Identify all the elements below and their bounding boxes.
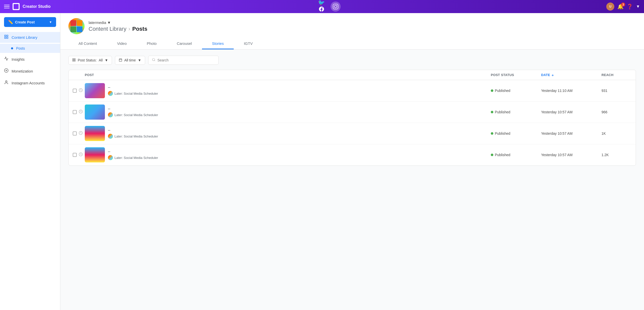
date-cell-1: Yesterday 11:10 AM bbox=[541, 89, 601, 93]
create-post-icon: ✏️ bbox=[8, 20, 13, 24]
post-thumb-1 bbox=[85, 83, 105, 98]
topnav-left: Creator Studio bbox=[4, 3, 51, 10]
content-tabs: All Content Video Photo Carousel Stories… bbox=[68, 38, 636, 49]
tab-stories[interactable]: Stories bbox=[202, 38, 234, 49]
sidebar-item-posts[interactable]: Posts bbox=[0, 44, 60, 53]
topnav: Creator Studio 🐦 U 🔔 3 ❓ ▼ bbox=[0, 0, 644, 13]
filters-row: Post Status: All ▼ All time ▼ bbox=[68, 56, 636, 65]
status-dot-2 bbox=[491, 111, 493, 113]
svg-rect-5 bbox=[7, 37, 8, 39]
status-cell-3: Published bbox=[491, 131, 541, 135]
sidebar-item-instagram-accounts[interactable]: Instagram Accounts bbox=[0, 78, 60, 88]
table-row: -- Later: Social Media Scheduler Publish… bbox=[69, 144, 636, 165]
post-source-2: Later: Social Media Scheduler bbox=[108, 112, 158, 117]
hamburger-menu[interactable] bbox=[4, 5, 10, 8]
insights-icon bbox=[4, 56, 9, 62]
facebook-platform-btn[interactable]: 🐦 bbox=[316, 2, 327, 12]
all-time-filter[interactable]: All time ▼ bbox=[115, 56, 145, 65]
account-avatar bbox=[68, 18, 85, 34]
topnav-right: U 🔔 3 ❓ ▼ bbox=[606, 3, 640, 11]
row-check-1 bbox=[73, 88, 85, 93]
calendar-icon bbox=[119, 58, 122, 62]
post-status-value: All bbox=[99, 58, 103, 62]
svg-line-20 bbox=[154, 60, 155, 61]
status-label-1: Published bbox=[495, 89, 510, 93]
row-checkbox-2[interactable] bbox=[73, 110, 77, 114]
svg-rect-13 bbox=[74, 60, 75, 61]
main-layout: ✏️ Create Post ▼ Content Library Posts bbox=[0, 13, 644, 310]
instagram-platform-btn[interactable] bbox=[331, 2, 341, 12]
breadcrumb-separator: › bbox=[128, 26, 130, 32]
table-header: Post Post Status Date Reach bbox=[69, 70, 636, 80]
search-box bbox=[148, 56, 219, 65]
row-checkbox-4[interactable] bbox=[73, 153, 77, 157]
col-post: Post bbox=[85, 73, 491, 77]
post-source-3: Later: Social Media Scheduler bbox=[108, 134, 158, 139]
date-cell-3: Yesterday 10:57 AM bbox=[541, 131, 601, 135]
main-content: latermedia ▼ Content Library › Posts All… bbox=[60, 13, 644, 310]
breadcrumb-parent[interactable]: Content Library bbox=[89, 26, 126, 32]
table-row: -- Later: Social Media Scheduler Publish… bbox=[69, 101, 636, 123]
svg-rect-14 bbox=[73, 60, 74, 61]
sidebar-item-content-library[interactable]: Content Library bbox=[0, 32, 60, 43]
sidebar-monetization-label: Monetization bbox=[12, 69, 33, 73]
create-post-chevron: ▼ bbox=[49, 20, 52, 24]
post-status-chevron: ▼ bbox=[105, 58, 108, 62]
help-btn[interactable]: ❓ bbox=[627, 4, 633, 10]
search-icon bbox=[152, 58, 155, 62]
page-header: latermedia ▼ Content Library › Posts All… bbox=[60, 13, 644, 50]
post-info-2: -- Later: Social Media Scheduler bbox=[108, 107, 158, 117]
post-info-1: -- Later: Social Media Scheduler bbox=[108, 85, 158, 96]
row-timer-3[interactable] bbox=[79, 131, 83, 136]
create-post-button[interactable]: ✏️ Create Post ▼ bbox=[4, 17, 56, 27]
svg-rect-0 bbox=[333, 4, 338, 9]
table-row: -- Later: Social Media Scheduler Publish… bbox=[69, 80, 636, 101]
account-dropdown-icon[interactable]: ▼ bbox=[107, 20, 111, 25]
date-cell-2: Yesterday 10:57 AM bbox=[541, 110, 601, 114]
sidebar-content-library-label: Content Library bbox=[12, 35, 37, 40]
tab-photo[interactable]: Photo bbox=[137, 38, 167, 49]
account-info: latermedia ▼ Content Library › Posts bbox=[89, 20, 147, 32]
notifications-btn[interactable]: 🔔 3 bbox=[617, 4, 624, 10]
source-name-3: Later: Social Media Scheduler bbox=[114, 134, 158, 138]
col-reach: Reach bbox=[601, 73, 632, 77]
post-source-1: Later: Social Media Scheduler bbox=[108, 91, 158, 96]
row-timer-4[interactable] bbox=[79, 152, 83, 157]
reach-cell-3: 1K bbox=[601, 131, 632, 135]
content-library-icon bbox=[4, 35, 9, 40]
row-timer-2[interactable] bbox=[79, 110, 83, 115]
source-logo-2 bbox=[108, 112, 113, 117]
col-post-status: Post Status bbox=[491, 73, 541, 77]
row-timer-1[interactable] bbox=[79, 88, 83, 93]
status-cell-1: Published bbox=[491, 89, 541, 93]
post-source-4: Later: Social Media Scheduler bbox=[108, 155, 158, 160]
account-row: latermedia ▼ Content Library › Posts bbox=[68, 18, 636, 34]
platform-switcher: 🐦 bbox=[316, 2, 341, 12]
account-name: latermedia ▼ bbox=[89, 20, 147, 25]
table-row: -- Later: Social Media Scheduler Publish… bbox=[69, 123, 636, 144]
post-status-filter[interactable]: Post Status: All ▼ bbox=[68, 56, 112, 65]
sidebar: ✏️ Create Post ▼ Content Library Posts bbox=[0, 13, 60, 310]
user-avatar[interactable]: U bbox=[606, 3, 614, 11]
status-label-3: Published bbox=[495, 131, 510, 135]
sidebar-item-insights[interactable]: Insights bbox=[0, 54, 60, 65]
monetization-icon bbox=[4, 68, 9, 74]
facebook-icon: 🐦 bbox=[316, 0, 327, 14]
tab-igtv[interactable]: IGTV bbox=[234, 38, 263, 49]
tab-video[interactable]: Video bbox=[107, 38, 137, 49]
notification-badge: 3 bbox=[621, 3, 625, 7]
col-date[interactable]: Date bbox=[541, 73, 601, 77]
expand-btn[interactable]: ▼ bbox=[636, 4, 640, 9]
svg-point-2 bbox=[337, 5, 337, 6]
breadcrumb-current: Posts bbox=[132, 26, 147, 32]
tab-carousel[interactable]: Carousel bbox=[167, 38, 202, 49]
row-checkbox-3[interactable] bbox=[73, 131, 77, 135]
search-input[interactable] bbox=[157, 58, 215, 62]
status-cell-4: Published bbox=[491, 153, 541, 157]
tab-all-content[interactable]: All Content bbox=[68, 38, 107, 49]
row-checkbox-1[interactable] bbox=[73, 89, 77, 93]
filter-status-icon bbox=[72, 58, 76, 62]
status-dot-4 bbox=[491, 154, 493, 156]
sidebar-item-monetization[interactable]: Monetization bbox=[0, 66, 60, 77]
post-cell-2: -- Later: Social Media Scheduler bbox=[85, 105, 491, 120]
